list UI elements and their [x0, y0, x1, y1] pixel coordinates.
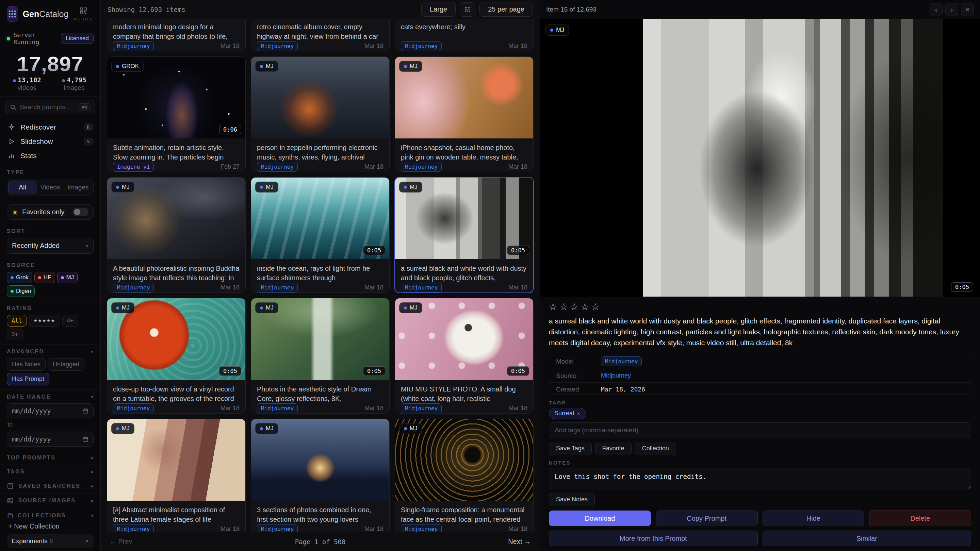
grid-card[interactable]: MJ[#] Abstract minimalist composition of… [107, 419, 246, 532]
type-option-all[interactable]: All [8, 181, 37, 194]
metadata-table: ModelMidjourneySourceMidjourneyCreatedMa… [549, 354, 971, 395]
collapse-chevron-icon[interactable]: ▾ [91, 394, 94, 400]
close-detail-button[interactable]: × [961, 3, 974, 16]
save-tags-button[interactable]: Save Tags [549, 442, 592, 455]
grid-card[interactable]: MJperson in zeppelin performing electron… [251, 56, 390, 172]
hide-button[interactable]: Hide [762, 511, 865, 526]
rating-option-all[interactable]: All [7, 315, 27, 327]
add-tags-input[interactable] [549, 422, 971, 438]
server-status-text: Server Running [13, 31, 57, 46]
search-shortcut-badge: ⌘K [79, 103, 91, 111]
advanced-chip-has-prompt[interactable]: Has Prompt [7, 373, 49, 385]
source-link[interactable]: Midjourney [601, 372, 631, 379]
chevron-right-icon: ▸ [91, 455, 94, 461]
next-item-button[interactable]: › [945, 3, 958, 16]
sidebar-item-source-images[interactable]: SOURCE IMAGES ▸ [0, 494, 100, 508]
rating-option-3+[interactable]: 3+ [7, 329, 23, 340]
grid-card[interactable]: MJiPhone snapshot, casual home photo, pi… [395, 56, 533, 172]
rating-stars[interactable]: ☆☆☆☆☆ [549, 301, 971, 312]
select-mode-checkbox[interactable] [460, 2, 476, 17]
card-thumbnail-train-platform[interactable]: MJ [251, 419, 389, 501]
sidebar-item-stats[interactable]: Stats [3, 149, 97, 163]
source-chip-mj[interactable]: MJ [57, 272, 78, 283]
search-box[interactable]: ⌘K [5, 100, 95, 114]
collapse-chevron-icon[interactable]: ▾ [91, 513, 94, 519]
notes-textarea[interactable]: Love this shot for the opening credits. [549, 468, 971, 489]
collapse-chevron-icon[interactable]: ▾ [91, 349, 94, 355]
sort-label: SORT [7, 228, 94, 234]
more-from-this-prompt-button[interactable]: More from this Prompt [549, 530, 758, 546]
collection-button[interactable]: Collection [635, 442, 676, 455]
card-thumbnail-gold-face[interactable]: MJ [395, 419, 533, 501]
sidebar-item-slideshow[interactable]: SlideshowS [3, 134, 97, 149]
delete-button[interactable]: Delete [869, 511, 971, 526]
remove-collection-icon[interactable]: × [85, 538, 89, 545]
tag-chip-surreal[interactable]: Surreal× [549, 408, 585, 419]
grid-card[interactable]: modern minimal logo design for a company… [107, 19, 246, 51]
card-thumbnail-zeppelin-musician[interactable]: MJ [251, 57, 389, 138]
sidebar-item-rediscover[interactable]: RediscoverR [3, 120, 97, 134]
grid-card[interactable]: MJA beautiful photorealistic inspiring B… [107, 177, 246, 293]
advanced-chip-untagged[interactable]: Untagged [48, 358, 84, 371]
collections-section: COLLECTIONS ▾ + New Collection Experimen… [0, 508, 100, 551]
grid-card[interactable]: MJ0:05MIU MIU STYLE PHOTO. A small dog (… [395, 298, 533, 414]
card-thumbnail-layered-silhouettes[interactable]: MJ [107, 419, 245, 501]
card-thumbnail-buddha[interactable]: MJ [107, 178, 245, 259]
card-thumbnail-pink-gin[interactable]: MJ [395, 57, 533, 138]
next-page-button[interactable]: Next → [508, 538, 531, 546]
grid-card[interactable]: cats everywhere; sillyMidjourneyMar 18 [395, 19, 533, 51]
copy-prompt-button[interactable]: Copy Prompt [656, 511, 758, 526]
grid-card[interactable]: MJ0:05close-up top-down view of a vinyl … [107, 298, 246, 414]
card-thumbnail-vinyl-koi[interactable]: MJ0:05 [107, 298, 245, 380]
new-collection-button[interactable]: + New Collection [7, 519, 94, 532]
type-option-images[interactable]: Images [64, 181, 92, 194]
grid-card[interactable]: retro cinematic album cover, empty highw… [251, 19, 390, 51]
source-chip-grok[interactable]: Grok [7, 272, 32, 283]
rating-option-4+[interactable]: 4+ [62, 315, 78, 327]
sort-select[interactable]: Recently Added ▾ [7, 238, 94, 254]
source-chip-hf[interactable]: HF [34, 272, 55, 283]
thumbnail-size-button[interactable]: Large [421, 2, 456, 17]
prev-page-button[interactable]: ← Prev [110, 538, 132, 546]
source-badge: MJ [111, 423, 134, 434]
save-notes-button[interactable]: Save Notes [549, 493, 595, 506]
card-thumbnail-dalmatian-dog[interactable]: MJ0:05 [395, 298, 533, 380]
advanced-chip-has-notes[interactable]: Has Notes [7, 358, 46, 371]
similar-button[interactable]: Similar [762, 530, 972, 546]
grid-card[interactable]: MJ0:05Photos in the aesthetic style of D… [251, 298, 390, 414]
source-chip-digen[interactable]: Digen [7, 285, 35, 297]
card-grid-scroll-area[interactable]: modern minimal logo design for a company… [101, 19, 540, 532]
nav-item-label: Stats [21, 152, 37, 160]
type-option-videos[interactable]: Videos [37, 181, 64, 194]
card-caption-area: [#] Abstract minimalist composition of t… [107, 501, 245, 532]
per-page-button[interactable]: 25 per page [479, 2, 533, 17]
favorites-only-toggle[interactable] [73, 208, 89, 216]
sidebar-item-top-prompts[interactable]: TOP PROMPTS ▸ [0, 451, 100, 465]
mobile-qr-block[interactable]: MOBILE [73, 7, 94, 21]
sidebar-item-saved-searches[interactable]: SAVED SEARCHES ▸ [0, 479, 100, 494]
grid-card[interactable]: MJSingle-frame composition: a monumental… [395, 419, 533, 532]
video-player[interactable]: MJ 0:05 [540, 19, 980, 297]
remove-tag-icon[interactable]: × [577, 411, 580, 416]
grid-card[interactable]: MJ3 sections of photos combined in one, … [251, 419, 390, 532]
card-date: Mar 18 [364, 526, 383, 532]
favorites-only-toggle-row[interactable]: ★ Favorites only [7, 205, 94, 220]
favorite-button[interactable]: Favorite [595, 442, 632, 455]
source-badge: MJ [399, 61, 422, 72]
card-thumbnail-dream-core[interactable]: MJ0:05 [251, 298, 389, 380]
date-from-input[interactable]: mm/dd/yyyy [7, 403, 94, 418]
sidebar-item-tags[interactable]: TAGS ▸ [0, 465, 100, 479]
card-thumbnail-glitch-portrait[interactable]: MJ0:05 [395, 178, 533, 259]
card-thumbnail-ocean-rays[interactable]: MJ0:05 [251, 178, 389, 259]
grid-card[interactable]: GROK0:06Subtle animation, retain artisti… [107, 56, 246, 172]
date-to-input[interactable]: mm/dd/yyyy [7, 432, 94, 446]
rating-option-5-stars[interactable]: ★★★★★ [29, 315, 60, 327]
advanced-filter-section: ADVANCED ▾ Has NotesUntaggedHas Prompt [0, 345, 100, 390]
search-input[interactable] [20, 103, 75, 111]
card-thumbnail-particle-starfield[interactable]: GROK0:06 [107, 57, 245, 138]
collection-item[interactable]: Experiments0× [7, 534, 94, 548]
grid-card[interactable]: MJ0:05a surreal black and white world wi… [395, 177, 533, 293]
prev-item-button[interactable]: ‹ [930, 3, 943, 16]
download-button[interactable]: Download [549, 511, 651, 526]
grid-card[interactable]: MJ0:05inside the ocean, rays of light fr… [251, 177, 390, 293]
